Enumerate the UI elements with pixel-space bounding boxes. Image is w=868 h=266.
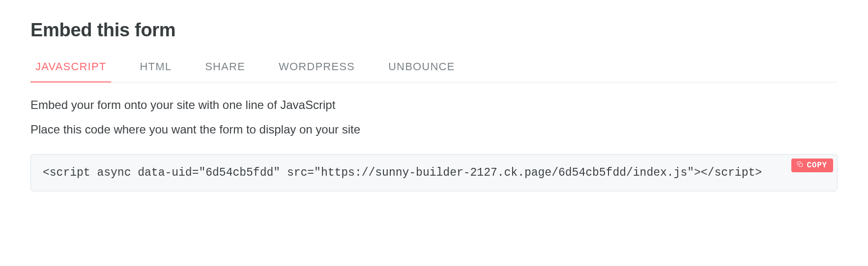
svg-rect-0	[799, 163, 803, 167]
copy-button-label: COPY	[807, 161, 827, 170]
tabs-nav: JAVASCRIPT HTML SHARE WORDPRESS UNBOUNCE	[30, 56, 838, 82]
tab-unbounce[interactable]: UNBOUNCE	[383, 56, 460, 82]
page-title: Embed this form	[30, 20, 838, 41]
code-snippet-text: <script async data-uid="6d54cb5fdd" src=…	[43, 166, 762, 179]
tab-share[interactable]: SHARE	[200, 56, 250, 82]
embed-instruction: Place this code where you want the form …	[30, 123, 838, 136]
embed-description: Embed your form onto your site with one …	[30, 98, 838, 112]
tab-javascript[interactable]: JAVASCRIPT	[30, 56, 111, 82]
code-block[interactable]: <script async data-uid="6d54cb5fdd" src=…	[30, 154, 838, 191]
copy-button[interactable]: COPY	[791, 159, 833, 172]
tab-html[interactable]: HTML	[135, 56, 176, 82]
copy-icon	[796, 160, 804, 170]
tab-wordpress[interactable]: WORDPRESS	[274, 56, 360, 82]
